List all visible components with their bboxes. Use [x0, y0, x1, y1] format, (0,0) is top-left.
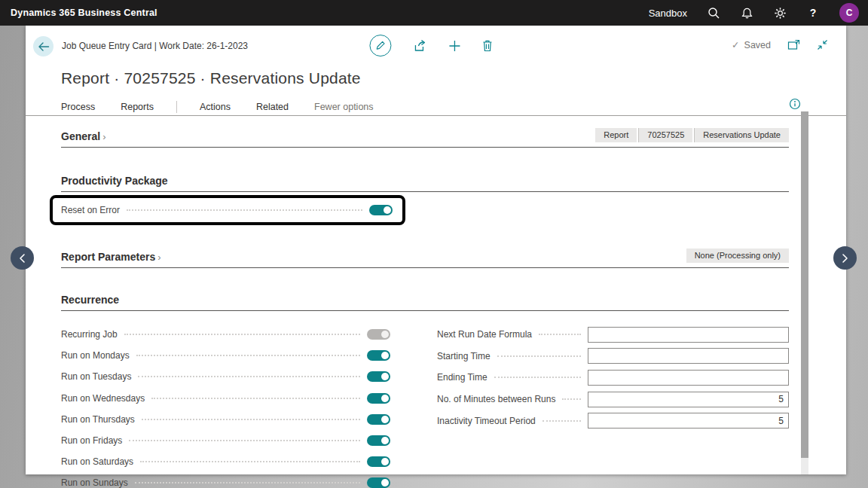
ribbon-item-actions[interactable]: Actions [200, 102, 231, 112]
share-button[interactable] [412, 39, 427, 53]
recurrence-section-title[interactable]: Recurrence [61, 294, 119, 306]
productivity-section-title[interactable]: Productivity Package [61, 175, 168, 187]
run-on-sundays-toggle[interactable] [367, 477, 390, 488]
page-title: Report · 70257525 · Reservations Update [61, 69, 846, 87]
recurring-job-toggle[interactable] [367, 329, 390, 340]
environment-label[interactable]: Sandbox [649, 8, 687, 19]
settings-gear-icon[interactable] [773, 6, 787, 20]
vertical-scrollbar-track[interactable] [801, 111, 808, 474]
job-queue-entry-card: Job Queue Entry Card | Work Date: 26-1-2… [26, 26, 846, 474]
edit-pencil-button[interactable] [369, 35, 391, 56]
saved-label: Saved [744, 40, 771, 50]
run-on-fridays-toggle[interactable] [367, 435, 390, 446]
next-run-date-formula-row: Next Run Date Formula [437, 324, 789, 346]
ending-time-row: Ending Time [437, 367, 789, 389]
ribbon-item-related[interactable]: Related [256, 102, 289, 112]
general-section-title[interactable]: General› [61, 130, 105, 142]
dotted-leader [124, 334, 360, 335]
search-icon[interactable] [707, 6, 720, 20]
delete-trash-button[interactable] [481, 39, 493, 52]
dotted-leader [135, 482, 360, 483]
ribbon-item-fewer-options[interactable]: Fewer options [314, 102, 374, 112]
run-on-wednesdays-row: Run on Wednesdays [61, 388, 390, 409]
open-in-new-window-icon[interactable] [787, 39, 800, 50]
ribbon-item-reports[interactable]: Reports [121, 102, 154, 112]
ribbon-divider [176, 101, 177, 113]
reset-on-error-row: Reset on Error [61, 198, 393, 222]
run-on-tuesdays-toggle[interactable] [367, 371, 390, 382]
breadcrumb[interactable]: Job Queue Entry Card | Work Date: 26-1-2… [62, 41, 248, 51]
dotted-leader [151, 398, 360, 399]
productivity-section-header: Productivity Package [61, 175, 789, 192]
action-ribbon: Process Reports Actions Related Fewer op… [26, 98, 846, 116]
back-button[interactable] [33, 36, 53, 56]
general-badges: Report 70257525 Reservations Update [595, 128, 789, 142]
info-icon[interactable] [789, 98, 801, 110]
previous-record-button[interactable] [11, 246, 34, 270]
report-parameters-section-title[interactable]: Report Parameters› [61, 251, 161, 263]
run-on-saturdays-row: Run on Saturdays [61, 451, 390, 472]
inactivity-timeout-input[interactable] [588, 413, 789, 429]
dotted-leader [142, 419, 360, 420]
run-on-tuesdays-row: Run on Tuesdays [61, 366, 390, 387]
dotted-leader [497, 355, 581, 357]
minutes-between-runs-input[interactable] [588, 392, 789, 407]
run-on-wednesdays-toggle[interactable] [367, 393, 390, 404]
new-plus-button[interactable] [448, 40, 460, 52]
save-status: ✓ Saved [732, 39, 771, 50]
reset-on-error-toggle[interactable] [369, 205, 393, 215]
report-parameters-section-header: Report Parameters› None (Processing only… [61, 249, 789, 268]
starting-time-row: Starting Time [437, 346, 789, 368]
dotted-leader [127, 209, 362, 211]
dotted-leader [542, 420, 581, 422]
run-on-thursdays-toggle[interactable] [367, 414, 390, 425]
dotted-leader [140, 461, 360, 462]
run-on-sundays-row: Run on Sundays [61, 472, 390, 488]
recurrence-fields: Recurring Job Run on Mondays Run on Tues… [61, 324, 789, 488]
recurrence-section-header: Recurrence [61, 294, 789, 311]
reset-on-error-label: Reset on Error [61, 205, 120, 215]
collapse-window-icon[interactable] [817, 39, 828, 50]
recurrence-toggle-column: Recurring Job Run on Mondays Run on Tues… [61, 324, 390, 488]
dotted-leader [136, 355, 360, 356]
run-on-mondays-toggle[interactable] [367, 350, 390, 361]
chevron-right-icon: › [157, 252, 160, 263]
report-parameters-badge: None (Processing only) [686, 249, 789, 263]
run-on-saturdays-toggle[interactable] [367, 456, 390, 467]
reset-on-error-highlight-box: Reset on Error [50, 195, 405, 225]
dotted-leader [494, 377, 581, 378]
check-icon: ✓ [732, 39, 739, 50]
chevron-right-icon: › [102, 131, 105, 142]
inactivity-timeout-row: Inactivity Timeout Period [437, 410, 789, 432]
ribbon-item-process[interactable]: Process [61, 102, 95, 112]
dotted-leader [562, 398, 581, 400]
next-run-date-formula-input[interactable] [588, 327, 789, 343]
badge-object-caption: Reservations Update [694, 128, 789, 142]
ending-time-input[interactable] [588, 370, 789, 386]
top-bar: Dynamics 365 Business Central Sandbox ? … [0, 0, 868, 26]
run-on-thursdays-row: Run on Thursdays [61, 409, 390, 430]
run-on-mondays-row: Run on Mondays [61, 345, 390, 366]
recurrence-input-column: Next Run Date Formula Starting Time Endi… [437, 324, 789, 488]
general-section-header: General› Report 70257525 Reservations Up… [61, 128, 789, 148]
next-record-button[interactable] [833, 246, 857, 270]
run-on-fridays-row: Run on Fridays [61, 430, 390, 451]
app-title[interactable]: Dynamics 365 Business Central [11, 8, 157, 18]
user-avatar[interactable]: C [839, 3, 859, 23]
vertical-scrollbar-thumb[interactable] [801, 111, 808, 458]
badge-report-type: Report [595, 128, 637, 142]
badge-object-id: 70257525 [638, 128, 692, 142]
dotted-leader [129, 440, 360, 441]
notifications-bell-icon[interactable] [740, 6, 753, 20]
recurring-job-row: Recurring Job [61, 324, 390, 345]
dotted-leader [138, 376, 360, 377]
help-icon[interactable]: ? [806, 6, 820, 20]
minutes-between-runs-row: No. of Minutes between Runs [437, 389, 789, 410]
starting-time-input[interactable] [588, 348, 789, 364]
dotted-leader [539, 334, 581, 335]
